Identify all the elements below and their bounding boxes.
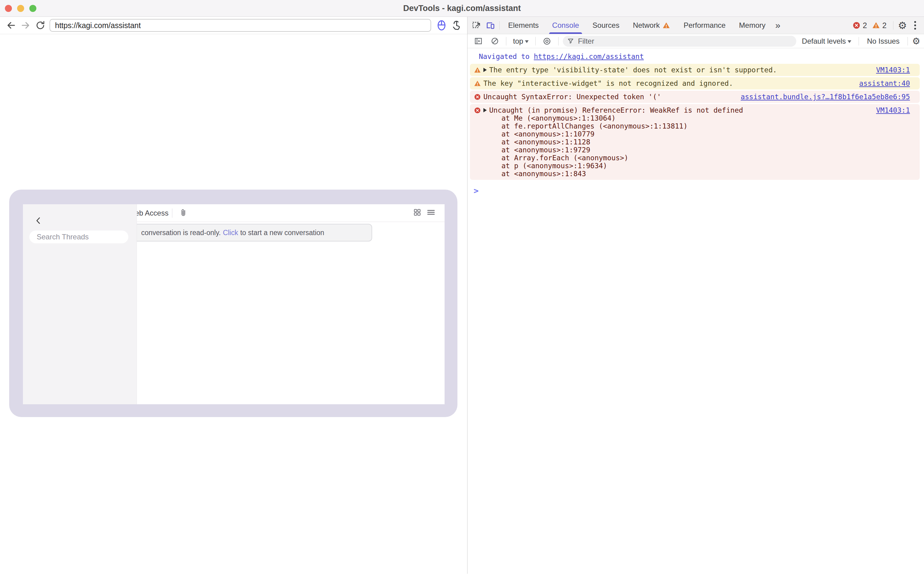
tab-sources[interactable]: Sources — [586, 17, 626, 34]
browser-toolbar — [0, 17, 467, 34]
network-warning-icon — [663, 22, 670, 29]
forward-button[interactable] — [18, 18, 33, 33]
clear-console-button[interactable] — [488, 37, 502, 45]
toolbar-divider3 — [558, 37, 559, 46]
devtools-tabbar: Elements Console Sources Network Perform… — [467, 17, 924, 34]
menu-button[interactable] — [426, 208, 435, 218]
console-error-row[interactable]: Uncaught SyntaxError: Unexpected token '… — [470, 91, 920, 103]
tab-console[interactable]: Console — [546, 17, 586, 34]
tab-elements[interactable]: Elements — [502, 17, 546, 34]
error-count[interactable]: 2 — [863, 21, 867, 30]
threads-sidebar — [23, 204, 137, 404]
inspect-cursor-icon — [472, 21, 481, 30]
back-arrow-icon — [6, 20, 16, 30]
console-warning-row[interactable]: The key "interactive-widget" is not reco… — [470, 77, 920, 90]
reload-icon — [35, 20, 45, 30]
mouse-icon — [437, 19, 446, 31]
mouse-mode-button[interactable] — [434, 18, 449, 33]
conversation-panel: eb Access — [137, 204, 445, 404]
stack-frame: at Array.forEach (<anonymous>) — [489, 154, 870, 162]
toolbar-divider — [506, 37, 506, 46]
url-bar[interactable] — [49, 19, 431, 32]
warning-text: The key "interactive-widget" is not reco… — [483, 79, 853, 87]
expand-arrow-icon[interactable] — [483, 68, 487, 72]
log-levels-dropdown[interactable]: Default levels — [799, 37, 854, 46]
collapse-sidebar-button[interactable] — [35, 216, 43, 226]
devtools-window: DevTools - kagi.com/assistant — [0, 0, 924, 574]
error-count-icon[interactable] — [853, 21, 861, 29]
stack-frame: at fe.reportAllChanges (<anonymous>:1:13… — [489, 122, 870, 130]
error-text: Uncaught SyntaxError: Unexpected token '… — [483, 93, 734, 101]
touch-mode-button[interactable] — [449, 18, 464, 33]
readonly-banner: conversation is read-only. Click to star… — [137, 224, 372, 241]
stack-frame: at <anonymous>:1:1128 — [489, 138, 870, 146]
devtools-settings-button[interactable]: ⚙ — [898, 20, 907, 30]
attachment-button[interactable] — [179, 208, 188, 218]
console-sidebar-button[interactable] — [471, 37, 485, 45]
console-settings-button[interactable]: ⚙ — [912, 37, 920, 46]
stack-frame: at <anonymous>:1:843 — [489, 170, 870, 178]
close-button[interactable] — [5, 5, 12, 12]
web-access-label: eb Access — [137, 209, 168, 218]
stack-frame: at p (<anonymous>:1:9634) — [489, 162, 870, 170]
eye-icon — [543, 37, 551, 46]
minimize-button[interactable] — [17, 5, 24, 12]
toolbar-divider4 — [859, 37, 859, 46]
window-title: DevTools - kagi.com/assistant — [0, 4, 924, 13]
live-expression-button[interactable] — [540, 37, 554, 46]
stack-frame: at <anonymous>:1:9729 — [489, 146, 870, 154]
warning-count[interactable]: 2 — [883, 21, 887, 30]
inspect-element-button[interactable] — [469, 17, 483, 34]
tab-performance[interactable]: Performance — [677, 17, 732, 34]
filter-placeholder: Filter — [578, 37, 594, 46]
banner-text: conversation is read-only. — [141, 229, 221, 237]
warning-icon — [474, 80, 481, 87]
grid-icon — [413, 208, 421, 216]
back-button[interactable] — [4, 18, 18, 33]
devtools-menu-button[interactable] — [909, 21, 921, 30]
source-link[interactable]: assistant:40 — [853, 79, 910, 87]
more-tabs-button[interactable]: » — [772, 17, 783, 34]
console-toolbar: top Filter Default levels No Issues — [467, 34, 924, 48]
device-toolbar-icon — [486, 21, 495, 30]
source-link[interactable]: assistant.bundle.js?…1f8b1f6e1a5eb8e6:95 — [734, 93, 910, 101]
error-icon — [474, 107, 481, 114]
page-viewport: eb Access — [0, 34, 467, 574]
grid-view-button[interactable] — [413, 208, 421, 218]
console-navigated-row: Navigated to https://kagi.com/assistant — [467, 48, 924, 64]
error-text: Uncaught (in promise) ReferenceError: We… — [489, 106, 743, 114]
console-prompt[interactable]: > — [467, 181, 924, 196]
zoom-button[interactable] — [29, 5, 36, 12]
stack-frame: at Me (<anonymous>:1:13064) — [489, 114, 870, 122]
device-toolbar-button[interactable] — [483, 17, 497, 34]
stack-trace: at Me (<anonymous>:1:13064) at fe.report… — [489, 114, 870, 178]
forward-arrow-icon — [21, 20, 31, 30]
search-threads-input[interactable] — [37, 233, 131, 241]
navigated-url-link[interactable]: https://kagi.com/assistant — [534, 52, 644, 60]
traffic-lights — [5, 5, 36, 12]
reload-button[interactable] — [33, 18, 47, 33]
search-threads-field[interactable] — [29, 230, 128, 243]
assistant-card: eb Access — [9, 189, 457, 417]
start-conversation-link[interactable]: Click — [223, 229, 238, 237]
console-filter-field[interactable]: Filter — [563, 36, 796, 47]
context-selector[interactable]: top — [511, 37, 531, 46]
source-link[interactable]: VM1403:1 — [870, 66, 910, 74]
conversation-header: eb Access — [137, 204, 445, 222]
console-error-row-expanded[interactable]: Uncaught (in promise) ReferenceError: We… — [470, 104, 920, 180]
tab-memory[interactable]: Memory — [733, 17, 772, 34]
tab-network[interactable]: Network — [626, 17, 677, 34]
console-warning-row[interactable]: The entry type 'visibility-state' does n… — [470, 64, 920, 76]
expand-arrow-icon[interactable] — [483, 108, 487, 112]
paperclip-icon — [179, 208, 188, 217]
warning-count-icon[interactable] — [872, 21, 880, 29]
devtools-pane: Elements Console Sources Network Perform… — [467, 17, 924, 574]
source-link[interactable]: VM1403:1 — [870, 106, 910, 114]
stack-frame: at <anonymous>:1:10779 — [489, 130, 870, 138]
console-log: Navigated to https://kagi.com/assistant … — [467, 48, 924, 574]
console-sidebar-icon — [474, 37, 483, 45]
warning-text: The entry type 'visibility-state' does n… — [489, 66, 870, 74]
error-icon — [474, 93, 481, 101]
issues-counter[interactable]: No Issues — [863, 37, 903, 46]
banner-text-post: to start a new conversation — [240, 229, 324, 237]
